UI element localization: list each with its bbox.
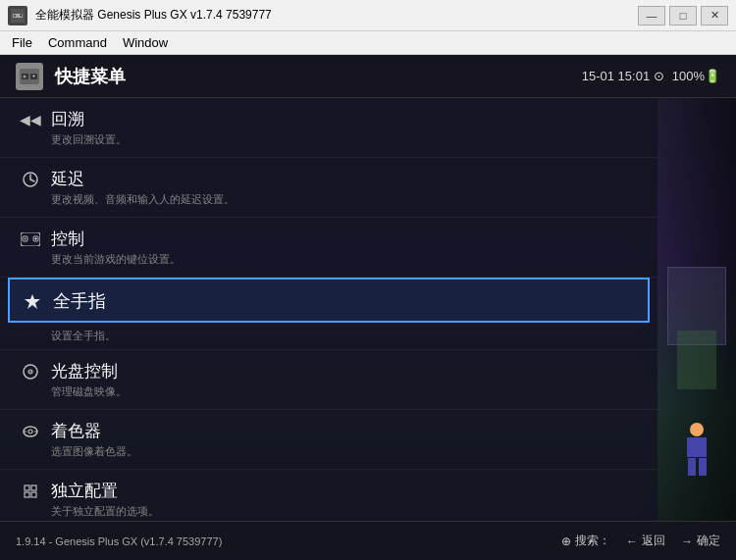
- diskcontrol-icon: [20, 361, 41, 382]
- search-button[interactable]: ⊕ 搜索：: [561, 533, 610, 549]
- svg-rect-29: [31, 485, 36, 490]
- menu-item-cheats[interactable]: 全手指: [8, 278, 650, 323]
- svg-rect-30: [25, 492, 29, 497]
- svg-point-25: [28, 430, 32, 433]
- search-label: 搜索：: [575, 533, 610, 549]
- svg-rect-19: [35, 237, 36, 240]
- cheats-icon: [22, 290, 43, 312]
- emu-title: 快捷菜单: [55, 65, 582, 88]
- svg-line-13: [30, 179, 34, 181]
- controls-desc: 更改当前游戏的键位设置。: [20, 252, 638, 273]
- confirm-label: 确定: [697, 533, 720, 549]
- menu-item-controls[interactable]: 控制 更改当前游戏的键位设置。: [0, 218, 657, 277]
- shader-icon: [20, 421, 41, 442]
- rewind-label: 回溯: [51, 108, 84, 130]
- controls-icon: [20, 229, 41, 250]
- svg-point-17: [25, 237, 26, 239]
- window-controls: — □ ✕: [638, 6, 728, 25]
- back-icon: ←: [626, 535, 638, 548]
- svg-point-23: [29, 371, 31, 373]
- menu-item-shader[interactable]: 着色器 选置图像着色器。: [0, 410, 657, 469]
- rewind-desc: 更改回溯设置。: [20, 132, 638, 153]
- emu-battery: 100%🔋: [672, 69, 720, 83]
- svg-rect-28: [25, 485, 29, 490]
- config-desc: 关于独立配置的选项。: [20, 504, 638, 521]
- app-icon: [8, 6, 27, 25]
- config-icon: [20, 481, 41, 502]
- statusbar-controls: ⊕ 搜索： ← 返回 → 确定: [561, 533, 720, 549]
- latency-label: 延迟: [51, 168, 84, 190]
- controls-label: 控制: [51, 228, 84, 250]
- cheats-label: 全手指: [53, 289, 106, 313]
- menu-item-config[interactable]: 独立配置 关于独立配置的选项。: [0, 470, 657, 521]
- menu-command[interactable]: Command: [40, 31, 115, 54]
- svg-marker-20: [25, 294, 40, 309]
- svg-rect-10: [33, 75, 34, 77]
- latency-icon: [20, 169, 41, 190]
- confirm-icon: →: [681, 535, 693, 548]
- menu-bar: File Command Window: [0, 31, 736, 55]
- emu-topbar: 快捷菜单 15-01 15:01 ⊙ 100%🔋: [0, 55, 736, 98]
- search-icon: ⊕: [561, 535, 571, 548]
- emu-clock: 15-01 15:01 ⊙: [582, 69, 664, 83]
- menu-item-diskcontrol[interactable]: 光盘控制 管理磁盘映像。: [0, 350, 657, 409]
- rewind-icon: ◀◀: [20, 109, 41, 130]
- menu-item-rewind[interactable]: ◀◀ 回溯 更改回溯设置。: [0, 98, 657, 157]
- svg-point-8: [24, 75, 26, 77]
- title-bar: 全能模拟器 Genesis Plus GX v1.7.4 7539777 — □…: [0, 0, 736, 31]
- shader-desc: 选置图像着色器。: [20, 444, 638, 465]
- back-label: 返回: [642, 533, 665, 549]
- emulator-window: 快捷菜单 15-01 15:01 ⊙ 100%🔋 ◀◀ 回溯 更改回溯设置。: [0, 55, 736, 560]
- emu-topbar-right: 15-01 15:01 ⊙ 100%🔋: [582, 69, 720, 83]
- diskcontrol-label: 光盘控制: [51, 360, 118, 382]
- cheats-desc: 设置全手指。: [0, 325, 657, 349]
- minimize-button[interactable]: —: [638, 6, 665, 25]
- diskcontrol-desc: 管理磁盘映像。: [20, 384, 638, 405]
- emu-topbar-icon: [16, 63, 43, 90]
- back-button[interactable]: ← 返回: [626, 533, 665, 549]
- menu-window[interactable]: Window: [115, 31, 176, 54]
- maximize-button[interactable]: □: [669, 6, 697, 25]
- confirm-button[interactable]: → 确定: [681, 533, 720, 549]
- emu-statusbar: 1.9.14 - Genesis Plus GX (v1.7.4 7539777…: [0, 521, 736, 560]
- close-button[interactable]: ✕: [701, 6, 728, 25]
- latency-desc: 更改视频、音频和输入人的延迟设置。: [20, 192, 638, 213]
- menu-file[interactable]: File: [4, 31, 40, 54]
- statusbar-version: 1.9.14 - Genesis Plus GX (v1.7.4 7539777…: [16, 535, 561, 547]
- quick-menu-panel: ◀◀ 回溯 更改回溯设置。 延迟 更改视频、音频和输入人的延迟设置。: [0, 98, 657, 521]
- game-character: [682, 423, 711, 472]
- svg-point-2: [14, 15, 16, 17]
- shader-label: 着色器: [51, 420, 101, 442]
- menu-item-latency[interactable]: 延迟 更改视频、音频和输入人的延迟设置。: [0, 158, 657, 217]
- window-title: 全能模拟器 Genesis Plus GX v1.7.4 7539777: [35, 7, 638, 24]
- svg-rect-31: [31, 492, 36, 497]
- svg-rect-4: [21, 14, 22, 17]
- config-label: 独立配置: [51, 480, 118, 502]
